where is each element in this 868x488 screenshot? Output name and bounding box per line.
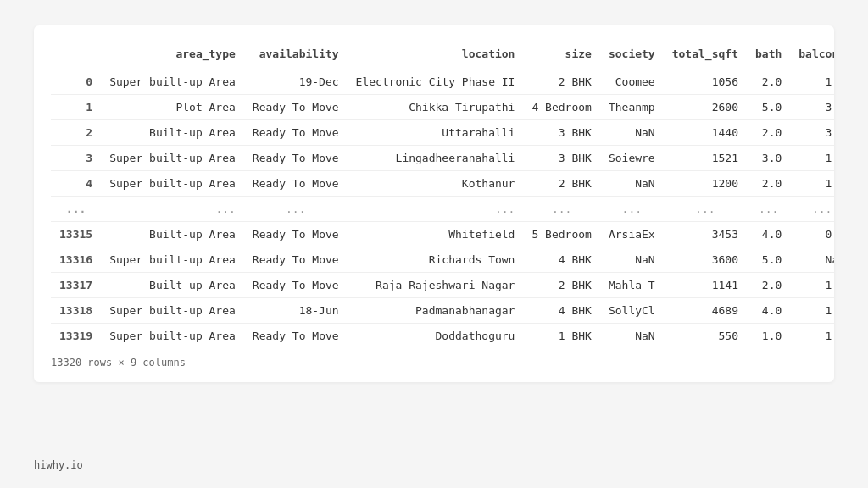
table-row: 13319Super built-up AreaReady To MoveDod… [51, 324, 834, 349]
table-row: 2Built-up AreaReady To MoveUttarahalli3 … [51, 120, 834, 146]
cell-availability: Ready To Move [244, 95, 348, 120]
cell-area_type: Super built-up Area [101, 247, 244, 273]
cell-bath: 2.0 [747, 273, 790, 298]
cell-society: ArsiaEx [600, 222, 664, 247]
cell-bath: 5.0 [747, 247, 790, 273]
col-header-society: society [600, 42, 664, 69]
cell-bath: 2.0 [747, 171, 790, 197]
cell-area_type: Super built-up Area [101, 324, 244, 349]
cell-society: Theanmp [600, 95, 664, 120]
cell-availability: 18-Jun [244, 298, 348, 324]
cell-balcony: 1.0 [790, 69, 834, 95]
cell-index: 13316 [51, 247, 101, 273]
cell-location: Padmanabhanagar [348, 298, 524, 324]
cell-area_type: Built-up Area [101, 120, 244, 146]
cell-society: NaN [600, 171, 664, 197]
col-header-availability: availability [244, 42, 348, 69]
cell-balcony: 1.0 [790, 324, 834, 349]
table-row: 4Super built-up AreaReady To MoveKothanu… [51, 171, 834, 197]
col-header-balcony: balcony [790, 42, 834, 69]
table-row: 13317Built-up AreaReady To MoveRaja Raje… [51, 273, 834, 298]
cell-size: ... [523, 197, 599, 222]
cell-balcony: 1.0 [790, 146, 834, 171]
col-header-total_sqft: total_sqft [664, 42, 747, 69]
cell-size: 4 BHK [523, 247, 599, 273]
cell-total_sqft: 1200 [664, 171, 747, 197]
cell-location: ... [348, 197, 524, 222]
col-header-size: size [523, 42, 599, 69]
cell-index: 3 [51, 146, 101, 171]
footer-brand: hiwhy.io [34, 442, 834, 471]
cell-bath: 1.0 [747, 324, 790, 349]
cell-availability: Ready To Move [244, 120, 348, 146]
table-row: 13316Super built-up AreaReady To MoveRic… [51, 247, 834, 273]
cell-area_type: Built-up Area [101, 273, 244, 298]
table-row: 13318Super built-up Area18-JunPadmanabha… [51, 298, 834, 324]
cell-area_type: Super built-up Area [101, 298, 244, 324]
cell-bath: 2.0 [747, 69, 790, 95]
table-row: .............................. [51, 197, 834, 222]
cell-location: Electronic City Phase II [348, 69, 524, 95]
cell-total_sqft: 1056 [664, 69, 747, 95]
cell-total_sqft: 1521 [664, 146, 747, 171]
cell-balcony: 0.0 [790, 222, 834, 247]
data-table-wrapper: area_typeavailabilitylocationsizesociety… [34, 25, 834, 382]
cell-index: 2 [51, 120, 101, 146]
cell-total_sqft: 550 [664, 324, 747, 349]
cell-balcony: 3.0 [790, 95, 834, 120]
cell-location: Uttarahalli [348, 120, 524, 146]
cell-availability: ... [244, 197, 348, 222]
cell-society: Coomee [600, 69, 664, 95]
cell-total_sqft: 1141 [664, 273, 747, 298]
cell-size: 1 BHK [523, 324, 599, 349]
col-header-location: location [348, 42, 524, 69]
table-header-row: area_typeavailabilitylocationsizesociety… [51, 42, 834, 69]
cell-total_sqft: 3600 [664, 247, 747, 273]
cell-size: 3 BHK [523, 146, 599, 171]
cell-availability: 19-Dec [244, 69, 348, 95]
cell-area_type: Super built-up Area [101, 69, 244, 95]
cell-index: 13317 [51, 273, 101, 298]
cell-area_type: Super built-up Area [101, 146, 244, 171]
cell-society: NaN [600, 324, 664, 349]
cell-index: ... [51, 197, 101, 222]
cell-index: 4 [51, 171, 101, 197]
cell-bath: 4.0 [747, 222, 790, 247]
col-header-area_type: area_type [101, 42, 244, 69]
cell-society: ... [600, 197, 664, 222]
table-body: 0Super built-up Area19-DecElectronic Cit… [51, 69, 834, 349]
cell-society: SollyCl [600, 298, 664, 324]
cell-size: 2 BHK [523, 171, 599, 197]
cell-availability: Ready To Move [244, 247, 348, 273]
row-summary: 13320 rows × 9 columns [51, 357, 817, 369]
cell-balcony: 3.0 [790, 120, 834, 146]
cell-index: 13319 [51, 324, 101, 349]
dataframe-table: area_typeavailabilitylocationsizesociety… [51, 42, 834, 348]
cell-bath: 5.0 [747, 95, 790, 120]
cell-size: 2 BHK [523, 69, 599, 95]
cell-society: NaN [600, 120, 664, 146]
cell-society: Soiewre [600, 146, 664, 171]
cell-society: NaN [600, 247, 664, 273]
cell-index: 13315 [51, 222, 101, 247]
cell-size: 2 BHK [523, 273, 599, 298]
cell-location: Chikka Tirupathi [348, 95, 524, 120]
cell-location: Doddathoguru [348, 324, 524, 349]
cell-area_type: Plot Area [101, 95, 244, 120]
cell-total_sqft: 4689 [664, 298, 747, 324]
cell-area_type: Super built-up Area [101, 171, 244, 197]
cell-total_sqft: ... [664, 197, 747, 222]
cell-index: 1 [51, 95, 101, 120]
cell-location: Kothanur [348, 171, 524, 197]
table-row: 1Plot AreaReady To MoveChikka Tirupathi4… [51, 95, 834, 120]
cell-location: Raja Rajeshwari Nagar [348, 273, 524, 298]
cell-index: 0 [51, 69, 101, 95]
cell-size: 4 Bedroom [523, 95, 599, 120]
cell-bath: 4.0 [747, 298, 790, 324]
cell-location: Richards Town [348, 247, 524, 273]
cell-total_sqft: 1440 [664, 120, 747, 146]
cell-availability: Ready To Move [244, 146, 348, 171]
cell-balcony: NaN [790, 247, 834, 273]
cell-location: Lingadheeranahalli [348, 146, 524, 171]
cell-availability: Ready To Move [244, 273, 348, 298]
